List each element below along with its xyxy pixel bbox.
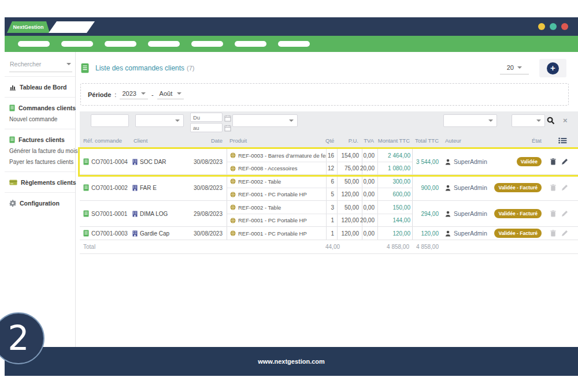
product-unit-price: 120,00 xyxy=(337,227,362,240)
client-filter-select[interactable] xyxy=(135,114,184,127)
product-name-cell[interactable]: REF-0001 - PC Portable HP xyxy=(227,227,326,240)
nav-pill[interactable] xyxy=(278,41,310,47)
order-ref-cell[interactable]: CO7001-0002 xyxy=(80,175,130,200)
total-label: Total xyxy=(80,244,130,250)
maximize-dot[interactable] xyxy=(550,23,557,30)
orders-table: × Réf. commande Client Date Produit Qté … xyxy=(80,111,578,254)
product-icon xyxy=(230,152,236,158)
sidebar-item[interactable]: Règlements clients xyxy=(5,176,75,188)
col-client: Client xyxy=(130,137,183,144)
calendar-icon[interactable] xyxy=(224,114,231,121)
person-icon xyxy=(445,230,451,237)
brand-tab[interactable]: NextGestion xyxy=(7,21,50,33)
product-unit-price: 75,00 xyxy=(337,162,362,174)
order-date: 30/08/2023 xyxy=(183,227,227,240)
product-icon xyxy=(230,204,236,210)
client-cell[interactable]: Gardie Cap xyxy=(130,227,183,240)
building-icon xyxy=(132,230,138,237)
list-view-icon[interactable] xyxy=(544,137,578,144)
sidebar-item[interactable]: Configuration xyxy=(5,197,75,209)
sidebar-item-label: Règlements clients xyxy=(21,179,76,186)
table-filter-row: × xyxy=(80,111,578,133)
client-cell[interactable]: DIMA LOG xyxy=(130,201,183,226)
author-filter-select[interactable] xyxy=(443,114,497,127)
sidebar-item[interactable]: Payer les factures clients xyxy=(5,156,75,167)
calendar-icon[interactable] xyxy=(224,124,231,130)
product-icon xyxy=(230,192,236,197)
record-count: (7) xyxy=(187,65,194,72)
sidebar-item[interactable]: Nouvel commande xyxy=(5,114,75,125)
nav-pill[interactable] xyxy=(105,41,136,47)
product-tva: 0,00 xyxy=(362,188,377,200)
month-select[interactable]: Août xyxy=(157,89,184,99)
order-ref-cell[interactable]: SO7001-0001 xyxy=(80,201,130,226)
search-icon[interactable] xyxy=(547,117,555,125)
content-header: Liste des commandes clients (7) 20 + xyxy=(80,59,566,77)
sidebar-search-select[interactable]: Rechercher xyxy=(9,59,72,72)
status-filter-select[interactable] xyxy=(512,114,545,127)
pencil-icon[interactable] xyxy=(561,230,568,237)
product-name: REF-0002 - Table xyxy=(238,178,281,185)
author-name: SuperAdmin xyxy=(454,184,487,191)
status-badge: Validée - Facturé xyxy=(494,229,542,238)
page-size-select[interactable]: 20 xyxy=(500,62,529,74)
nav-pill[interactable] xyxy=(18,41,50,47)
nav-pill[interactable] xyxy=(148,41,180,47)
chevron-down-icon xyxy=(66,63,71,65)
order-ref-cell[interactable]: CO7001-0003 xyxy=(80,227,130,240)
order-date: 29/08/2023 xyxy=(183,201,227,226)
order-total-ttc: 294,00 xyxy=(413,201,442,226)
client-cell[interactable]: FAR E xyxy=(130,175,183,200)
sidebar-item[interactable]: Tableau de Bord xyxy=(5,81,75,93)
minimize-dot[interactable] xyxy=(538,23,545,30)
main-content: Liste des commandes clients (7) 20 + Pér… xyxy=(76,52,578,347)
trash-icon[interactable] xyxy=(550,158,556,165)
actions-cell xyxy=(544,227,578,240)
order-total-ttc: 3 544,00 xyxy=(413,149,442,174)
product-name-cell[interactable]: REF-0003 - Barres d'armature de fer xyxy=(227,149,326,162)
trash-icon[interactable] xyxy=(550,210,556,217)
col-auteur: Auteur xyxy=(442,137,501,144)
close-dot[interactable] xyxy=(561,23,568,30)
date-to-input[interactable] xyxy=(190,123,223,132)
date-from-input[interactable] xyxy=(190,113,223,122)
product-amount-ttc: 144,00 xyxy=(377,214,413,226)
product-name-cell[interactable]: REF-0001 - PC Portable HP xyxy=(227,188,326,200)
sidebar-item[interactable]: Factures clients xyxy=(5,133,75,145)
product-name-cell[interactable]: REF-0002 - Table xyxy=(227,201,326,214)
nav-pill[interactable] xyxy=(61,41,93,47)
order-date: 30/08/2023 xyxy=(183,149,227,174)
product-filter-select[interactable] xyxy=(232,114,298,127)
sidebar-item-label: Commandes clients xyxy=(18,104,76,111)
product-icon xyxy=(230,178,236,184)
product-qty: 16 xyxy=(326,149,337,162)
person-icon xyxy=(445,159,451,165)
order-ref-cell[interactable]: CO7001-0004 xyxy=(80,149,130,174)
product-name-cell[interactable]: REF-0001 - PC Portable HP xyxy=(227,214,326,226)
year-select[interactable]: 2023 xyxy=(120,89,147,99)
sidebar-item[interactable]: Générer la facture du mois xyxy=(5,145,75,156)
trash-icon[interactable] xyxy=(550,184,556,191)
pencil-icon[interactable] xyxy=(561,210,568,217)
client-cell[interactable]: SOC DAR xyxy=(130,149,183,174)
pencil-icon[interactable] xyxy=(561,184,568,191)
sidebar-item-label: Nouvel commande xyxy=(9,116,57,122)
chevron-down-icon xyxy=(141,92,146,95)
nav-pill[interactable] xyxy=(191,41,223,47)
product-name-cell[interactable]: REF-0002 - Table xyxy=(227,175,326,188)
trash-icon[interactable] xyxy=(550,230,556,237)
building-icon xyxy=(132,159,138,165)
clear-filter-icon[interactable]: × xyxy=(563,116,568,125)
product-name-cell[interactable]: REF-0008 - Accessoires xyxy=(227,162,326,174)
product-unit-price: 154,00 xyxy=(337,149,362,162)
client-name: FAR E xyxy=(140,185,157,191)
add-order-button[interactable]: + xyxy=(547,62,559,74)
sidebar-item-label: Générer la facture du mois xyxy=(9,148,77,154)
product-tva: 0,00 xyxy=(362,227,377,240)
ref-filter-input[interactable] xyxy=(91,114,129,127)
sidebar-item[interactable]: Commandes clients xyxy=(5,102,75,114)
product-amount-ttc: 120,00 xyxy=(377,227,413,240)
pencil-icon[interactable] xyxy=(561,158,568,165)
order-date: 30/08/2023 xyxy=(183,175,227,200)
nav-pill[interactable] xyxy=(235,41,266,47)
